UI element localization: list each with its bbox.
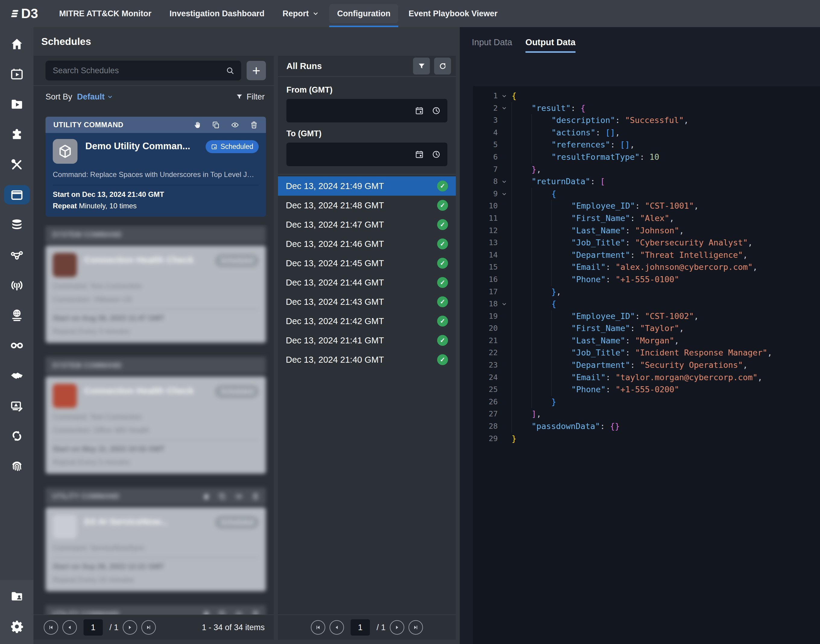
pagination-last-button[interactable] <box>141 620 156 635</box>
run-item[interactable]: Dec 13, 2024 21:41 GMT✓ <box>278 331 456 350</box>
pagination-last-button[interactable] <box>409 620 423 635</box>
eye-icon[interactable] <box>231 121 239 129</box>
sidebar-item-antenna[interactable] <box>0 270 34 300</box>
selected-schedule-card[interactable]: UTILITY COMMAND Demo Utility Comman... S… <box>46 117 266 217</box>
code-token: "resultFormatType" <box>552 151 640 163</box>
run-item[interactable]: Dec 13, 2024 21:45 GMT✓ <box>278 253 456 273</box>
run-item[interactable]: Dec 13, 2024 21:42 GMT✓ <box>278 311 456 331</box>
run-item[interactable]: Dec 13, 2024 21:48 GMT✓ <box>278 196 456 215</box>
blurred-schedule-card[interactable]: Connection Health CheckScheduledCommand:… <box>46 246 266 343</box>
clock-icon[interactable] <box>432 150 441 159</box>
pagination-prev-button[interactable] <box>330 620 344 635</box>
schedule-title: Connection Health Check <box>84 255 215 265</box>
nav-tab-mitre-att-ck-monitor[interactable]: MITRE ATT&CK Monitor <box>51 4 159 23</box>
json-code-viewer[interactable]: 1{2 "result": {3 "description": "Success… <box>473 86 820 644</box>
page-number-input[interactable]: 1 <box>351 619 370 636</box>
sidebar-item-share-nodes[interactable] <box>0 240 34 270</box>
hand-icon[interactable] <box>193 121 201 129</box>
sidebar-item-incident-report[interactable] <box>0 391 34 421</box>
d3-logo-bars-icon <box>9 8 20 19</box>
run-timestamp: Dec 13, 2024 21:40 GMT <box>286 355 384 365</box>
sidebar-item-puzzle[interactable] <box>0 120 34 150</box>
blurred-schedule-card[interactable]: D3 AI ServiceNow...ScheduledCommand: Ser… <box>46 508 266 591</box>
pagination-next-button[interactable] <box>123 620 137 635</box>
pagination-next-button[interactable] <box>390 620 404 635</box>
calendar-icon[interactable] <box>415 106 424 115</box>
funnel-icon <box>236 93 243 100</box>
page-total-label: / 1 <box>377 623 386 632</box>
sidebar-item-database[interactable] <box>0 210 34 240</box>
pagination-first-button[interactable] <box>44 620 58 635</box>
fold-chevron-icon[interactable] <box>498 298 510 310</box>
sidebar-item-calendar[interactable] <box>0 180 34 210</box>
copy-icon[interactable] <box>212 121 220 129</box>
runs-filter-button[interactable] <box>413 58 430 75</box>
sidebar-item-calendar-play[interactable] <box>0 59 34 89</box>
sidebar-item-fingerprint[interactable] <box>0 451 34 481</box>
left-icon-sidebar <box>0 27 34 644</box>
run-item[interactable]: Dec 13, 2024 21:43 GMT✓ <box>278 292 456 311</box>
run-list: Dec 13, 2024 21:49 GMT✓Dec 13, 2024 21:4… <box>278 175 456 615</box>
page-number-input[interactable]: 1 <box>83 619 103 636</box>
runs-refresh-button[interactable] <box>434 58 451 75</box>
fold-spacer <box>498 347 510 359</box>
line-number: 22 <box>479 347 498 359</box>
code-line: 28 "passdownData": {} <box>479 420 820 432</box>
sidebar-item-gear[interactable] <box>0 612 34 642</box>
sidebar-item-globe-report[interactable] <box>0 300 34 330</box>
nav-tab-event-playbook-viewer[interactable]: Event Playbook Viewer <box>401 4 505 23</box>
line-number: 17 <box>479 286 498 298</box>
trash-icon[interactable] <box>250 121 258 129</box>
pagination-prev-button[interactable] <box>63 620 77 635</box>
run-item[interactable]: Dec 13, 2024 21:49 GMT✓ <box>278 176 456 196</box>
fold-chevron-icon[interactable] <box>498 90 510 102</box>
code-token: "Email" <box>571 371 605 384</box>
sidebar-item-folder-user[interactable] <box>0 581 34 612</box>
search-input[interactable] <box>52 66 225 76</box>
indent-guide <box>512 396 532 408</box>
fold-spacer <box>498 335 510 347</box>
add-schedule-button[interactable]: + <box>247 61 266 80</box>
sidebar-item-sync[interactable] <box>0 421 34 451</box>
indent-guide <box>512 408 532 420</box>
tab-output-data[interactable]: Output Data <box>526 37 575 53</box>
nav-tab-investigation-dashboard[interactable]: Investigation Dashboard <box>162 4 272 23</box>
sidebar-item-handshake[interactable] <box>0 360 34 391</box>
to-date-input[interactable] <box>293 150 407 159</box>
d3-logo[interactable]: D3 <box>9 6 38 21</box>
code-token: [] <box>605 127 615 139</box>
sidebar-item-tools[interactable] <box>0 150 34 180</box>
run-item[interactable]: Dec 13, 2024 21:46 GMT✓ <box>278 234 456 253</box>
eye-icon <box>235 610 243 615</box>
fold-chevron-icon[interactable] <box>498 188 510 200</box>
code-token: : <box>600 420 610 432</box>
blurred-schedules-region: SYSTEM COMMANDConnection Health CheckSch… <box>34 225 274 615</box>
section-type-label: UTILITY COMMAND <box>52 610 120 615</box>
fold-chevron-icon[interactable] <box>498 175 510 188</box>
from-date-input[interactable] <box>293 106 407 116</box>
run-item[interactable]: Dec 13, 2024 21:47 GMT✓ <box>278 215 456 234</box>
run-item[interactable]: Dec 13, 2024 21:40 GMT✓ <box>278 350 456 370</box>
code-token: "+1-555-0100" <box>615 273 679 286</box>
sidebar-item-binoculars[interactable] <box>0 330 34 360</box>
sort-value-dropdown[interactable]: Default <box>77 92 113 101</box>
run-item[interactable]: Dec 13, 2024 21:44 GMT✓ <box>278 273 456 292</box>
sidebar-item-home[interactable] <box>0 29 34 59</box>
fold-chevron-icon[interactable] <box>498 102 510 115</box>
blurred-section-header: SYSTEM COMMAND <box>46 226 266 243</box>
fold-spacer <box>498 383 510 396</box>
fold-spacer <box>498 249 510 261</box>
nav-tab-configuration[interactable]: Configuration <box>329 4 398 23</box>
calendar-icon[interactable] <box>415 150 424 159</box>
runs-header: All Runs <box>278 56 456 77</box>
sidebar-item-folder-play[interactable] <box>0 89 34 120</box>
run-data-panel: Input Data Output Data 1{2 "result": {3 … <box>460 27 820 644</box>
code-token: "Employee_ID" <box>571 310 635 323</box>
nav-tab-report[interactable]: Report <box>274 4 327 23</box>
blurred-schedule-card[interactable]: Connection Health CheckScheduledCommand:… <box>46 377 266 474</box>
filter-button[interactable]: Filter <box>236 92 265 101</box>
pagination-first-button[interactable] <box>311 620 325 635</box>
clock-icon[interactable] <box>432 106 441 115</box>
tab-input-data[interactable]: Input Data <box>472 37 512 53</box>
success-status-icon: ✓ <box>437 354 448 365</box>
